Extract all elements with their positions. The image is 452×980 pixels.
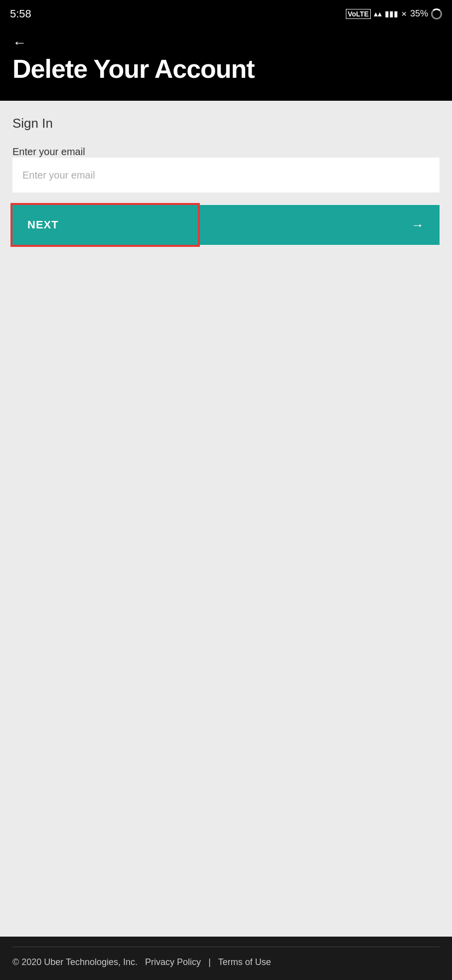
- footer-separator: |: [208, 957, 211, 968]
- sign-in-label: Sign In: [12, 116, 440, 131]
- footer-copyright: © 2020 Uber Technologies, Inc.: [12, 957, 138, 968]
- next-button[interactable]: NEXT →: [12, 205, 440, 245]
- status-bar: 5:58 VoLTE ▴▴ ▮▮▮ ✕ 35%: [0, 0, 452, 27]
- privacy-policy-link[interactable]: Privacy Policy: [145, 957, 201, 968]
- back-button[interactable]: ←: [12, 35, 26, 51]
- status-time: 5:58: [10, 7, 31, 20]
- footer-divider: [12, 947, 440, 947]
- page-title: Delete Your Account: [12, 55, 440, 83]
- loading-icon: [431, 8, 442, 19]
- next-arrow-icon: →: [411, 217, 425, 233]
- volte-icon: VoLTE: [346, 9, 371, 19]
- no-signal-icon: ✕: [401, 10, 407, 18]
- terms-of-use-link[interactable]: Terms of Use: [218, 957, 271, 968]
- email-label: Enter your email: [12, 146, 85, 157]
- next-button-container: NEXT →: [12, 205, 440, 245]
- signal-icon: ▮▮▮: [385, 9, 398, 18]
- status-icons: VoLTE ▴▴ ▮▮▮ ✕ 35%: [346, 8, 442, 19]
- wifi-icon: ▴▴: [374, 9, 382, 18]
- main-content: Sign In Enter your email NEXT →: [0, 101, 452, 937]
- footer: © 2020 Uber Technologies, Inc. Privacy P…: [0, 937, 452, 980]
- email-input[interactable]: [12, 158, 440, 193]
- footer-links: © 2020 Uber Technologies, Inc. Privacy P…: [12, 957, 440, 968]
- battery-indicator: 35%: [410, 8, 428, 19]
- header: ← Delete Your Account: [0, 27, 452, 101]
- next-button-label: NEXT: [27, 218, 59, 231]
